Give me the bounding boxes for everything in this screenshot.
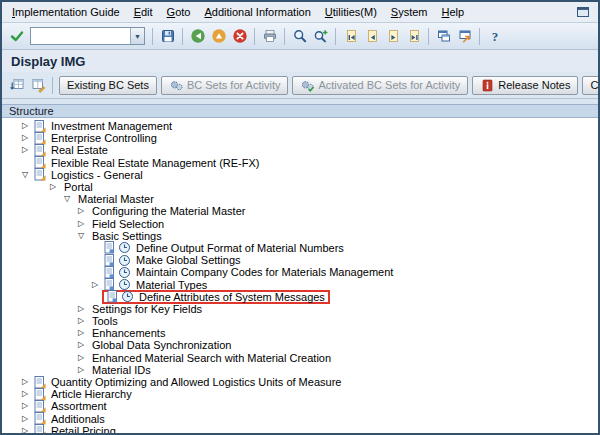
tree-item-label[interactable]: Tools	[92, 315, 118, 327]
tree-item-label[interactable]: Maintain Company Codes for Materials Man…	[136, 266, 393, 278]
expand-arrow-icon[interactable]: ▷	[18, 134, 32, 142]
expand-arrow-icon[interactable]: ▷	[18, 378, 32, 386]
menu-system[interactable]: System	[384, 4, 435, 21]
release-notes-button[interactable]: Release Notes	[472, 76, 578, 95]
img-doc-icon[interactable]	[32, 168, 47, 181]
previous-page-icon[interactable]	[362, 27, 381, 46]
img-activity-icon[interactable]	[117, 241, 132, 254]
tree-item-label[interactable]: Logistics - General	[51, 169, 143, 181]
save-icon[interactable]	[158, 27, 177, 46]
img-doc-icon[interactable]	[32, 132, 47, 145]
expand-arrow-icon[interactable]: ▷	[74, 341, 88, 349]
tree-entry: Real Estate	[32, 144, 108, 156]
expand-arrow-icon[interactable]: ▷	[74, 366, 88, 374]
expand-arrow-icon[interactable]: ▷	[18, 402, 32, 410]
expand-arrow-icon[interactable]: ▷	[74, 329, 88, 337]
help-icon[interactable]: ?	[485, 27, 504, 46]
activated-bc-sets-for-activity-button[interactable]: Activated BC Sets for Activity	[292, 76, 468, 95]
img-doc-icon[interactable]	[32, 424, 47, 433]
img-doc-icon[interactable]	[32, 120, 47, 133]
tree-item-label[interactable]: Basic Settings	[92, 230, 162, 242]
expand-arrow-icon[interactable]: ▷	[18, 122, 32, 130]
tree-item-label[interactable]: Configuring the Material Master	[92, 205, 245, 217]
menu-goto[interactable]: Goto	[160, 4, 198, 21]
expand-arrow-icon[interactable]: ▷	[88, 281, 102, 289]
menu-edit[interactable]: Edit	[127, 4, 160, 21]
last-page-icon[interactable]	[404, 27, 423, 46]
expand-arrow-icon[interactable]: ▷	[18, 146, 32, 154]
tree-item-label[interactable]: Additionals	[51, 413, 105, 425]
menu-additional-information[interactable]: Additional Information	[197, 4, 317, 21]
img-doc-icon[interactable]	[32, 376, 47, 389]
collapse-arrow-icon[interactable]: ▽	[18, 171, 32, 179]
svg-text:?: ?	[491, 29, 498, 44]
tree-item-label[interactable]: Investment Management	[51, 120, 172, 132]
tree-item-label[interactable]: Material IDs	[92, 364, 151, 376]
cancel-icon[interactable]	[230, 27, 249, 46]
tree-item-label[interactable]: Enhancements	[92, 327, 165, 339]
exit-icon[interactable]	[209, 27, 228, 46]
tree-item-label[interactable]: Global Data Synchronization	[92, 339, 231, 351]
img-activity-icon[interactable]	[117, 266, 132, 279]
img-doc-icon[interactable]	[32, 400, 47, 413]
menu-implementation-guide[interactable]: Implementation Guide	[5, 4, 127, 21]
collapse-arrow-icon[interactable]: ▽	[60, 195, 74, 203]
img-doc-icon[interactable]	[32, 144, 47, 157]
tree-item-label[interactable]: Real Estate	[51, 144, 108, 156]
img-doc-icon[interactable]	[32, 156, 47, 169]
tree-item: ▷Settings for Key Fields	[2, 303, 598, 315]
new-session-icon[interactable]	[434, 27, 453, 46]
tree-item-label[interactable]: Assortment	[51, 400, 107, 412]
expand-arrow-icon[interactable]: ▷	[74, 354, 88, 362]
tree-item-label[interactable]: Quantity Optimizing and Allowed Logistic…	[51, 376, 341, 388]
enter-icon[interactable]	[7, 27, 26, 46]
expand-arrow-icon[interactable]: ▷	[74, 305, 88, 313]
expand-arrow-icon[interactable]: ▷	[18, 415, 32, 423]
expand-arrow-icon[interactable]: ▷	[74, 317, 88, 325]
img-activity-doc-icon[interactable]	[102, 241, 117, 254]
next-page-icon[interactable]	[383, 27, 402, 46]
find-icon[interactable]	[290, 27, 309, 46]
tree-item-label[interactable]: Field Selection	[92, 218, 164, 230]
expand-arrow-icon[interactable]: ▷	[74, 207, 88, 215]
grid-pencil-icon[interactable]	[28, 76, 47, 95]
expand-arrow-icon[interactable]: ▷	[46, 183, 60, 191]
find-next-icon[interactable]	[311, 27, 330, 46]
tree-item-label[interactable]: Enterprise Controlling	[51, 132, 157, 144]
create-shortcut-icon[interactable]	[455, 27, 474, 46]
existing-bc-sets-button[interactable]: Existing BC Sets	[59, 76, 157, 95]
first-page-icon[interactable]	[341, 27, 360, 46]
command-field[interactable]	[31, 29, 130, 44]
tree-item-label[interactable]: Define Attributes of System Messages	[139, 291, 325, 303]
tree-item-label[interactable]: Article Hierarchy	[51, 388, 132, 400]
bc-sets-for-activity-button[interactable]: BC Sets for Activity	[161, 76, 289, 95]
img-activity-icon[interactable]	[117, 254, 132, 267]
tree-item-label[interactable]: Enhanced Material Search with Material C…	[92, 352, 331, 364]
tree-item-label[interactable]: Flexible Real Estate Management (RE-FX)	[51, 157, 259, 169]
change-log-button[interactable]: Change Log	[582, 76, 600, 95]
tree-item-label[interactable]: Material Types	[136, 279, 207, 291]
menu-help[interactable]: Help	[435, 4, 472, 21]
expand-arrow-icon[interactable]: ▷	[74, 220, 88, 228]
tree-item-label[interactable]: Portal	[64, 181, 93, 193]
collapse-arrow-icon[interactable]: ▽	[74, 232, 88, 240]
img-activity-doc-icon[interactable]	[105, 290, 120, 303]
img-doc-icon[interactable]	[32, 412, 47, 425]
tree-item-label[interactable]: Define Output Format of Material Numbers	[136, 242, 344, 254]
img-activity-doc-icon[interactable]	[102, 266, 117, 279]
print-icon[interactable]	[260, 27, 279, 46]
tree-item-label[interactable]: Retail Pricing	[51, 425, 116, 433]
img-activity-icon[interactable]	[120, 290, 135, 303]
expand-arrow-icon[interactable]: ▷	[18, 390, 32, 398]
img-doc-icon[interactable]	[32, 388, 47, 401]
menu-utilities-m[interactable]: Utilities(M)	[318, 4, 384, 21]
command-field-dropdown-icon[interactable]: ▼	[130, 28, 144, 44]
grid-down-arrow-icon[interactable]	[7, 76, 26, 95]
img-activity-doc-icon[interactable]	[102, 254, 117, 267]
tree-item-label[interactable]: Settings for Key Fields	[92, 303, 202, 315]
back-icon[interactable]	[188, 27, 207, 46]
expand-arrow-icon[interactable]: ▷	[18, 427, 32, 433]
tree-entry: Retail Pricing	[32, 425, 116, 433]
tree-item-label[interactable]: Make Global Settings	[136, 254, 241, 266]
tree-item-label[interactable]: Material Master	[78, 193, 154, 205]
